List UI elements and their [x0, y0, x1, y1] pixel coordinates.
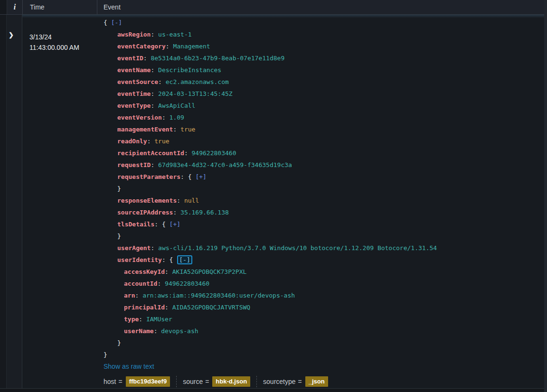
json-value[interactable]: 949622803460 [165, 280, 209, 287]
json-value[interactable]: 949622803460 [192, 149, 236, 157]
json-key[interactable]: userIdentity [117, 256, 162, 263]
json-colon: : [184, 149, 192, 157]
expand-toggle[interactable]: [+] [170, 221, 180, 228]
json-key[interactable]: accessKeyId [124, 268, 165, 275]
json-key[interactable]: awsRegion [117, 31, 151, 38]
json-colon: : [177, 197, 184, 204]
event-timestamp: 11:43:00.000 AM [29, 42, 97, 53]
json-value[interactable]: aws-cli/1.16.219 Python/3.7.0 Windows/10… [158, 244, 437, 252]
json-colon: : [151, 102, 158, 109]
expand-event-chevron[interactable]: ❯ [9, 32, 14, 38]
json-value[interactable]: AKIA52GPOBQCK73P2PXL [172, 268, 247, 275]
json-key[interactable]: eventName [117, 66, 151, 74]
json-value[interactable]: arn:aws:iam::949622803460:user/devops-as… [142, 292, 295, 299]
json-line: eventCategory: Management [104, 40, 547, 52]
json-line: userIdentity: { [-] [104, 254, 547, 266]
json-colon: : [162, 256, 170, 263]
json-value[interactable]: AIDA52GPOBQCJATVRTSWQ [172, 304, 250, 311]
header-time-column: Time [23, 0, 97, 14]
field-equals: = [118, 378, 122, 385]
json-key[interactable]: managementEvent [117, 126, 173, 133]
json-colon: : [158, 78, 166, 85]
field-group-source: source=hbk-d.json [183, 376, 250, 387]
field-value-badge[interactable]: _json [305, 376, 328, 387]
json-key[interactable]: type [124, 316, 139, 323]
json-value[interactable]: devops-ash [161, 327, 198, 335]
field-value-badge[interactable]: ffbc19d3eef9 [126, 376, 170, 387]
json-line: managementEvent: true [104, 123, 547, 135]
json-value[interactable]: 2024-03-13T13:45:45Z [158, 90, 233, 97]
json-line: eventType: AwsApiCall [104, 100, 547, 112]
json-line: tlsDetails: { [+] [104, 218, 547, 230]
json-value[interactable]: 8e5314a0-6b23-47b9-8eab-07e17e11d8e9 [151, 55, 284, 62]
json-value[interactable]: true [180, 126, 195, 133]
collapse-toggle[interactable]: [-] [111, 19, 122, 26]
json-line: responseElements: null [104, 195, 547, 206]
json-value[interactable]: AwsApiCall [158, 102, 195, 109]
scrollbar-track[interactable] [544, 0, 547, 392]
json-key[interactable]: requestParameters [117, 173, 180, 180]
event-date: 3/13/24 [29, 32, 97, 42]
event-row: ❯ 3/13/24 11:43:00.000 AM { [-]awsRegion… [0, 15, 547, 389]
json-key[interactable]: accountId [124, 280, 157, 287]
json-colon: : [180, 173, 188, 180]
json-line: arn: arn:aws:iam::949622803460:user/devo… [104, 289, 547, 301]
json-key[interactable]: principalId [124, 304, 165, 311]
expand-toggle[interactable]: [+] [195, 173, 206, 180]
json-value[interactable]: 1.09 [170, 114, 184, 121]
json-close-brace: } [104, 351, 107, 358]
json-tree: { [-]awsRegion: us-east-1eventCategory: … [104, 17, 547, 361]
json-open-brace: { [162, 221, 170, 228]
json-line: eventVersion: 1.09 [104, 112, 547, 123]
json-colon: : [166, 43, 173, 50]
json-key[interactable]: requestID [117, 161, 151, 168]
json-colon: : [165, 304, 172, 311]
json-close-brace: } [117, 339, 121, 346]
json-key[interactable]: readOnly [117, 138, 147, 145]
json-key[interactable]: userName [124, 327, 154, 335]
json-value[interactable]: IAMUser [146, 316, 172, 323]
json-key[interactable]: eventID [117, 55, 143, 62]
info-icon: i [14, 3, 16, 11]
json-value[interactable]: true [154, 138, 169, 145]
json-colon: : [151, 244, 158, 252]
json-key[interactable]: responseElements [117, 197, 177, 204]
json-key[interactable]: eventType [117, 102, 151, 109]
json-value[interactable]: DescribeInstances [158, 66, 221, 74]
json-key[interactable]: sourceIPAddress [117, 209, 173, 216]
json-line: recipientAccountId: 949622803460 [104, 147, 547, 159]
json-line: { [-] [104, 17, 547, 28]
json-colon: : [154, 221, 162, 228]
field-label: host [104, 378, 116, 385]
json-line: principalId: AIDA52GPOBQCJATVRTSWQ [104, 301, 547, 313]
json-colon: : [173, 209, 180, 216]
json-colon: : [143, 55, 151, 62]
json-key[interactable]: userAgent [117, 244, 151, 252]
event-gutter: ❯ [0, 15, 22, 388]
json-value[interactable]: us-east-1 [158, 31, 191, 38]
json-key[interactable]: arn [124, 292, 135, 299]
json-value[interactable]: 67d983e4-4d32-47c0-a459-f34635d19c3a [158, 161, 292, 168]
json-key[interactable]: recipientAccountId [117, 149, 184, 157]
json-line: eventSource: ec2.amazonaws.com [104, 76, 547, 88]
field-equals: = [205, 378, 209, 385]
json-key[interactable]: eventCategory [117, 43, 166, 50]
field-group-sourcetype: sourcetype=_json [263, 376, 328, 387]
show-raw-text-link[interactable]: Show as raw text [104, 361, 547, 372]
json-colon: : [165, 268, 172, 275]
json-line: } [104, 183, 547, 195]
collapse-toggle[interactable]: [-] [177, 255, 192, 264]
json-colon: : [151, 66, 158, 74]
json-key[interactable]: eventTime [117, 90, 151, 97]
json-value[interactable]: Management [173, 43, 210, 50]
json-key[interactable]: eventSource [117, 78, 158, 85]
json-key[interactable]: eventVersion [117, 114, 162, 121]
field-value-badge[interactable]: hbk-d.json [212, 376, 250, 387]
json-value[interactable]: ec2.amazonaws.com [166, 78, 229, 85]
json-key[interactable]: tlsDetails [117, 221, 154, 228]
json-value[interactable]: null [184, 197, 199, 204]
json-close-brace: } [117, 233, 121, 240]
json-value[interactable]: 35.169.66.138 [180, 209, 229, 216]
json-colon: : [139, 316, 146, 323]
header-corner [0, 0, 7, 14]
